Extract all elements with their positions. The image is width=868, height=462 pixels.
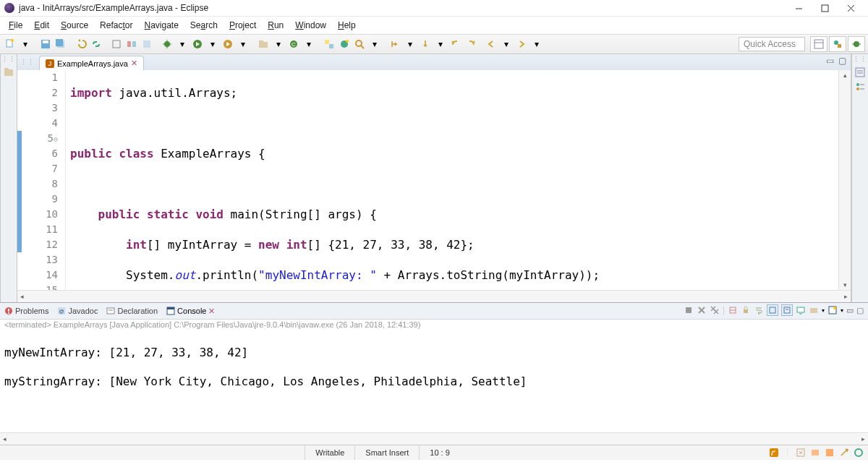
new-dropdown-icon[interactable]: ▾ [18, 37, 33, 51]
code-editor[interactable]: 1 2 3 4 5⊖ 6 7 8 9 10 11 12 13 14 15 imp… [17, 70, 851, 290]
new-class-icon[interactable]: C [286, 37, 301, 51]
status-insert-mode: Smart Insert [354, 445, 419, 460]
tool-icon-a[interactable] [109, 37, 124, 51]
coverage-dropdown-icon[interactable]: ▾ [236, 37, 250, 51]
svg-rect-71 [770, 448, 778, 457]
left-view-stack: ⋮⋮ [0, 54, 17, 302]
package-explorer-icon[interactable] [4, 67, 14, 77]
console-horizontal-scrollbar[interactable]: ◂▸ [0, 432, 868, 445]
minimize-panel-icon[interactable]: ▭ [846, 306, 854, 315]
console-terminate-icon[interactable] [684, 305, 694, 315]
tab-close-icon[interactable]: ✕ [208, 307, 215, 316]
console-clear-icon[interactable] [728, 305, 738, 315]
svg-rect-13 [143, 40, 150, 48]
tool-icon-c[interactable] [140, 37, 154, 51]
console-pin-icon[interactable] [767, 304, 778, 316]
nav-back-icon[interactable] [448, 37, 463, 51]
menu-project[interactable]: Project [224, 18, 262, 33]
console-display-icon[interactable] [796, 305, 806, 315]
console-open-icon[interactable] [809, 305, 819, 315]
console-show-std-icon[interactable] [781, 304, 793, 316]
console-new-icon[interactable] [827, 305, 838, 315]
maximize-panel-icon[interactable]: ▢ [856, 306, 864, 315]
step-icon-2[interactable] [418, 37, 433, 51]
search-tool-icon[interactable] [352, 37, 367, 51]
new-button[interactable] [3, 37, 17, 51]
debug-perspective-icon[interactable] [848, 36, 865, 52]
editor-horizontal-scrollbar[interactable]: ◂▸ [17, 290, 851, 302]
console-scroll-lock-icon[interactable] [741, 305, 751, 315]
status-sync-icon[interactable] [825, 448, 835, 458]
menu-help[interactable]: Help [332, 18, 362, 33]
editor-tab[interactable]: J ExampleArrays.java ✕ [39, 56, 144, 70]
search-dropdown-icon[interactable]: ▾ [367, 37, 382, 51]
console-new-dropdown-icon[interactable]: ▾ [841, 307, 843, 314]
link-icon[interactable] [89, 37, 103, 51]
new-package-dropdown-icon[interactable]: ▾ [271, 37, 286, 51]
code-text[interactable]: import java.util.Arrays; public class Ex… [66, 70, 838, 290]
menu-edit[interactable]: Edit [28, 18, 55, 33]
run-button[interactable] [190, 37, 205, 51]
minimize-view-icon[interactable]: ▭ [826, 56, 834, 66]
outline-icon[interactable] [855, 82, 865, 92]
save-button[interactable] [38, 37, 53, 51]
fwd-history-icon[interactable] [514, 37, 529, 51]
status-overview-icon[interactable] [810, 448, 820, 458]
console-output[interactable]: myNewIntArray: [21, 27, 33, 38, 42] mySt… [0, 330, 868, 432]
tab-console[interactable]: Console ✕ [166, 307, 215, 316]
console-remove-all-icon[interactable] [710, 305, 720, 315]
open-perspective-icon[interactable] [810, 36, 827, 52]
status-build-icon[interactable] [839, 448, 849, 458]
status-updates-icon[interactable] [769, 448, 779, 458]
console-remove-icon[interactable] [697, 305, 707, 315]
menu-refactor[interactable]: Refactor [94, 18, 138, 33]
undo-icon[interactable] [74, 37, 88, 51]
new-package-icon[interactable] [256, 37, 271, 51]
step-dropdown-2[interactable]: ▾ [433, 37, 448, 51]
java-perspective-icon[interactable] [829, 36, 846, 52]
editor-vertical-scrollbar[interactable]: ▴▾ [838, 70, 851, 290]
step-dropdown-1[interactable]: ▾ [403, 37, 417, 51]
menu-run[interactable]: Run [262, 18, 289, 33]
nav-fwd-icon[interactable] [464, 37, 478, 51]
minimize-button[interactable] [786, 0, 812, 16]
save-all-button[interactable] [54, 37, 68, 51]
coverage-button[interactable] [221, 37, 235, 51]
menu-navigate[interactable]: Navigate [138, 18, 184, 33]
tab-declaration[interactable]: Declaration [106, 307, 158, 315]
svg-point-5 [11, 39, 14, 42]
status-gc-icon[interactable] [854, 448, 864, 458]
drag-handle-icon[interactable]: ⋮⋮ [1, 56, 16, 63]
new-java-icon[interactable] [337, 37, 352, 51]
tab-close-icon[interactable]: ✕ [131, 59, 137, 68]
close-button[interactable] [838, 0, 864, 16]
back-dropdown[interactable]: ▾ [499, 37, 514, 51]
maximize-view-icon[interactable]: ▢ [838, 56, 846, 66]
maximize-button[interactable] [812, 0, 838, 16]
svg-rect-20 [259, 40, 263, 43]
menu-source[interactable]: Source [55, 18, 94, 33]
tab-javadoc[interactable]: @ Javadoc [57, 307, 98, 315]
quick-access-input[interactable]: Quick Access [739, 37, 805, 51]
tab-drag-handle-icon[interactable]: ⋮⋮ [20, 59, 35, 66]
menu-file[interactable]: File [3, 18, 28, 33]
status-tip-icon[interactable] [796, 448, 806, 458]
tool-icon-b[interactable] [124, 37, 139, 51]
task-list-icon[interactable] [855, 67, 865, 77]
run-dropdown-icon[interactable]: ▾ [205, 37, 220, 51]
drag-handle-icon[interactable]: ⋮⋮ [853, 56, 867, 63]
svg-rect-11 [127, 41, 131, 47]
debug-button[interactable] [160, 37, 174, 51]
menu-search[interactable]: Search [184, 18, 224, 33]
perspective-switcher [810, 36, 865, 52]
back-history-icon[interactable] [484, 37, 498, 51]
console-word-wrap-icon[interactable] [754, 305, 764, 315]
menu-window[interactable]: Window [289, 18, 332, 33]
new-class-dropdown-icon[interactable]: ▾ [302, 37, 316, 51]
tab-problems[interactable]: Problems [4, 307, 48, 315]
open-type-icon[interactable] [322, 37, 336, 51]
console-open-dropdown-icon[interactable]: ▾ [822, 307, 825, 314]
step-icon-1[interactable] [388, 37, 402, 51]
debug-dropdown-icon[interactable]: ▾ [175, 37, 190, 51]
fwd-dropdown[interactable]: ▾ [529, 37, 544, 51]
